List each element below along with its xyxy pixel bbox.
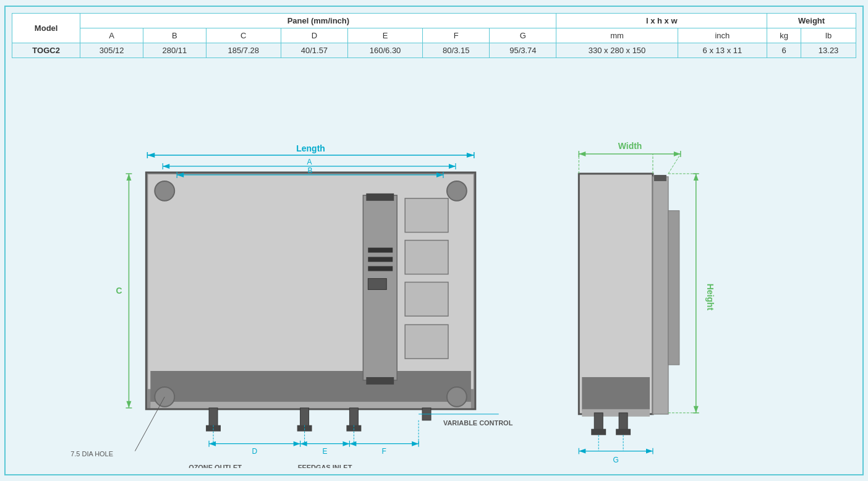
svg-text:G: G [613, 456, 618, 464]
val-f: 80/3.15 [423, 43, 490, 58]
svg-marker-30 [147, 153, 155, 158]
svg-marker-37 [449, 164, 456, 169]
col-a-header: A [80, 28, 143, 43]
val-a: 305/12 [80, 43, 143, 58]
svg-rect-13 [405, 240, 448, 275]
svg-text:A: A [307, 158, 312, 166]
val-mm: 330 x 280 x 150 [556, 43, 678, 58]
col-g-header: G [490, 28, 556, 43]
val-d: 40/1.57 [281, 43, 347, 58]
svg-line-109 [668, 154, 681, 174]
weight-header: Weight [767, 14, 856, 28]
svg-text:D: D [252, 447, 258, 456]
col-c-header: C [206, 28, 281, 43]
val-inch: 6 x 13 x 11 [678, 43, 767, 58]
val-g: 95/3.74 [490, 43, 556, 58]
svg-text:B: B [308, 166, 313, 175]
col-f-header: F [423, 28, 490, 43]
svg-marker-54 [209, 441, 216, 446]
svg-point-5 [447, 181, 467, 201]
col-mm-header: mm [556, 28, 678, 43]
svg-text:C: C [116, 286, 122, 296]
val-c: 185/7.28 [206, 43, 281, 58]
svg-rect-11 [366, 377, 394, 385]
svg-text:Length: Length [296, 143, 325, 153]
col-kg-header: kg [767, 28, 801, 43]
svg-marker-36 [163, 164, 169, 169]
svg-marker-60 [343, 441, 349, 446]
svg-rect-14 [405, 282, 448, 316]
svg-rect-17 [368, 257, 393, 262]
svg-rect-86 [616, 429, 631, 435]
val-b: 280/11 [143, 43, 206, 58]
val-e: 160/6.30 [348, 43, 423, 58]
lhw-header: l x h x w [556, 14, 767, 28]
svg-rect-12 [405, 198, 448, 232]
svg-rect-10 [366, 194, 394, 201]
svg-text:E: E [323, 447, 328, 456]
svg-rect-84 [591, 429, 606, 435]
svg-rect-19 [368, 278, 386, 289]
svg-rect-24 [349, 408, 358, 427]
svg-marker-55 [294, 441, 300, 446]
svg-rect-16 [368, 248, 393, 253]
val-kg: 6 [767, 43, 801, 58]
panel-header: Panel (mm/inch) [80, 14, 556, 28]
svg-rect-2 [150, 371, 470, 405]
svg-marker-98 [579, 151, 585, 156]
svg-rect-85 [619, 413, 628, 430]
svg-marker-31 [467, 153, 474, 158]
col-inch-header: inch [678, 28, 767, 43]
specs-table: Model Panel (mm/inch) l x h x w Weight A… [12, 13, 856, 58]
svg-rect-80 [653, 177, 668, 414]
technical-diagram: Length A B C [12, 64, 856, 468]
svg-rect-22 [300, 408, 309, 427]
svg-point-4 [155, 181, 174, 201]
svg-marker-48 [126, 174, 131, 181]
svg-marker-104 [694, 174, 699, 181]
col-b-header: B [143, 28, 206, 43]
svg-marker-91 [646, 449, 653, 454]
svg-marker-49 [126, 401, 131, 408]
svg-rect-81 [654, 175, 666, 181]
svg-rect-20 [209, 408, 218, 427]
svg-marker-64 [349, 441, 356, 446]
svg-marker-105 [694, 406, 699, 413]
col-lb-header: lb [801, 28, 856, 43]
page-container: Model Panel (mm/inch) l x h x w Weight A… [4, 6, 864, 475]
svg-marker-59 [300, 441, 307, 446]
model-value: TOGC2 [12, 43, 80, 58]
model-header: Model [12, 14, 80, 43]
svg-text:OZONE OUTLET: OZONE OUTLET [189, 464, 242, 468]
svg-point-6 [155, 387, 174, 407]
diagram-area: Length A B C [12, 64, 856, 468]
svg-rect-83 [594, 413, 603, 430]
val-lb: 13.23 [801, 43, 856, 58]
col-e-header: E [348, 28, 423, 43]
svg-marker-99 [674, 151, 681, 156]
svg-text:Width: Width [618, 141, 642, 151]
svg-rect-15 [405, 325, 448, 359]
svg-text:VARIABLE CONTROL: VARIABLE CONTROL [443, 419, 513, 427]
svg-marker-90 [579, 449, 585, 454]
svg-marker-65 [412, 441, 419, 446]
svg-point-7 [447, 387, 467, 407]
svg-rect-79 [582, 409, 650, 417]
svg-text:Height: Height [705, 284, 715, 311]
col-d-header: D [281, 28, 347, 43]
svg-rect-18 [368, 266, 393, 271]
svg-text:FEEDGAS INLET: FEEDGAS INLET [298, 464, 352, 468]
svg-text:F: F [382, 447, 386, 456]
svg-text:7.5 DIA HOLE: 7.5 DIA HOLE [70, 450, 113, 458]
svg-rect-78 [582, 377, 650, 411]
svg-rect-82 [668, 211, 679, 365]
